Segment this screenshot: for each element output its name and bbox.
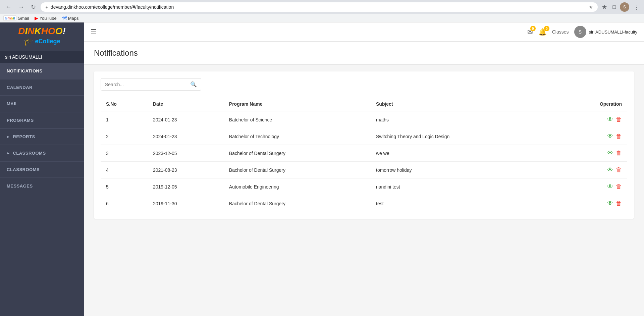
hamburger-icon[interactable]: ☰ (91, 28, 97, 36)
cell-date: 2019-11-30 (148, 195, 224, 212)
sidebar-item-programs[interactable]: PROGRAMS (0, 112, 84, 128)
notifications-card: 🔍 S.No Date Program Name Subject Operati… (94, 71, 634, 219)
browser-chrome: ← → ↻ ● devang.dinkhoo.com/ecollege/memb… (0, 0, 644, 14)
delete-icon[interactable]: 🗑 (616, 150, 622, 157)
sidebar-item-notifications[interactable]: NOTIFICATIONS (0, 63, 84, 79)
sidebar-calendar-label: CALENDAR (7, 85, 33, 90)
address-bar[interactable]: ● devang.dinkhoo.com/ecollege/member/#/f… (41, 2, 598, 12)
cell-operation: 👁 🗑 (555, 195, 627, 212)
reports-chevron-icon: ► (7, 135, 10, 139)
logo-exc: ! (62, 26, 65, 36)
mail-badge-icon[interactable]: ✉ 0 (527, 28, 533, 36)
search-input-wrap: 🔍 (101, 78, 201, 91)
topbar: ☰ ✉ 0 🔔 0 Classes S siri ADUSUMALLI-facu… (84, 22, 644, 42)
bell-badge-icon[interactable]: 🔔 0 (538, 28, 547, 36)
view-icon[interactable]: 👁 (607, 200, 613, 207)
cell-subject: we we (371, 145, 555, 162)
cell-program: Bachelor of Dental Surgery (224, 145, 371, 162)
topbar-left: ☰ (91, 28, 97, 36)
page-title: Notifications (94, 48, 634, 58)
search-input[interactable] (105, 82, 190, 87)
cell-operation: 👁 🗑 (555, 178, 627, 195)
view-icon[interactable]: 👁 (607, 133, 613, 140)
browser-actions: ★ □ S ⋮ (600, 2, 641, 12)
user-profile[interactable]: S siri ADUSUMALLI-faculty (574, 26, 637, 38)
cell-date: 2023-12-05 (148, 145, 224, 162)
table-row: 2 2024-01-23 Batchelor of Technology Swi… (101, 128, 627, 145)
classes-link[interactable]: Classes (552, 29, 569, 35)
sidebar-mail-label: MAIL (7, 101, 18, 106)
bookmarks-bar: Gmail Gmail ▶ YouTube 🗺 Maps (0, 14, 644, 22)
cell-program: Automobile Engineering (224, 178, 371, 195)
user-label: siri ADUSUMALLI-faculty (589, 30, 637, 35)
cell-operation: 👁 🗑 (555, 111, 627, 128)
right-panel: ☰ ✉ 0 🔔 0 Classes S siri ADUSUMALLI-facu… (84, 22, 644, 316)
sidebar-classrooms1-label: CLASSROOMS (13, 151, 46, 156)
view-icon[interactable]: 👁 (607, 183, 613, 190)
cell-subject: maths (371, 111, 555, 128)
security-icon: ● (45, 5, 48, 10)
gmail-icon: Gmail (3, 15, 16, 21)
cell-sno: 4 (101, 162, 148, 178)
url-text: devang.dinkhoo.com/ecollege/member/#/fac… (51, 4, 586, 10)
content-area: 🔍 S.No Date Program Name Subject Operati… (84, 65, 644, 225)
cell-sno: 5 (101, 178, 148, 195)
bookmark-gmail[interactable]: Gmail Gmail (3, 15, 29, 21)
sidebar-logo: DINKHOO! 🎓 eCollege (0, 22, 84, 51)
view-icon[interactable]: 👁 (607, 150, 613, 157)
maps-icon: 🗺 (62, 15, 67, 21)
sidebar-item-calendar[interactable]: CALENDAR (0, 80, 84, 96)
logo-ecollege: 🎓 eCollege (23, 37, 60, 46)
main-content: Notifications 🔍 S.No Date (84, 42, 644, 316)
sidebar-item-mail[interactable]: MAIL (0, 96, 84, 112)
forward-button[interactable]: → (16, 2, 26, 12)
table-row: 5 2019-12-05 Automobile Engineering nand… (101, 178, 627, 195)
sidebar-item-classrooms2[interactable]: CLASSROOMS (0, 162, 84, 178)
bookmark-youtube[interactable]: ▶ YouTube (35, 15, 57, 21)
maps-label: Maps (68, 16, 79, 21)
table-row: 3 2023-12-05 Bachelor of Dental Surgery … (101, 145, 627, 162)
cell-program: Batchelor of Technology (224, 128, 371, 145)
classrooms1-chevron-icon: ► (7, 151, 10, 155)
cell-subject: Switching Theory and Logic Design (371, 128, 555, 145)
logo-d: D (18, 26, 25, 36)
sidebar: DINKHOO! 🎓 eCollege siri ADUSUMALLI NOTI… (0, 22, 84, 316)
youtube-icon: ▶ (35, 15, 38, 21)
star-icon: ★ (589, 4, 593, 10)
sidebar-item-messages[interactable]: MESSAGES (0, 178, 84, 194)
refresh-button[interactable]: ↻ (29, 2, 38, 12)
notifications-table: S.No Date Program Name Subject Operation… (101, 97, 627, 212)
table-row: 4 2021-08-23 Bachelor of Dental Surgery … (101, 162, 627, 178)
logo-k: K (34, 26, 41, 36)
cell-sno: 1 (101, 111, 148, 128)
cell-date: 2024-01-23 (148, 128, 224, 145)
avatar: S (574, 26, 586, 38)
logo-brand: DINKHOO! (18, 26, 66, 37)
sidebar-username: siri ADUSUMALLI (0, 51, 84, 63)
delete-icon[interactable]: 🗑 (616, 133, 622, 140)
cell-date: 2019-12-05 (148, 178, 224, 195)
delete-icon[interactable]: 🗑 (616, 116, 622, 123)
cell-operation: 👁 🗑 (555, 162, 627, 178)
delete-icon[interactable]: 🗑 (616, 166, 622, 173)
cell-operation: 👁 🗑 (555, 128, 627, 145)
sidebar-notifications-label: NOTIFICATIONS (7, 68, 43, 73)
logo-o1: O (48, 26, 55, 36)
menu-button[interactable]: ⋮ (632, 2, 641, 12)
back-button[interactable]: ← (3, 2, 13, 12)
view-icon[interactable]: 👁 (607, 166, 613, 173)
mail-badge-count: 0 (530, 26, 536, 31)
table-row: 6 2019-11-30 Bachelor of Dental Surgery … (101, 195, 627, 212)
bookmark-button[interactable]: ★ (600, 2, 608, 12)
tab-button[interactable]: □ (611, 3, 617, 11)
cell-operation: 👁 🗑 (555, 145, 627, 162)
view-icon[interactable]: 👁 (607, 116, 613, 123)
sidebar-nav: NOTIFICATIONS CALENDAR MAIL PROGRAMS ► R… (0, 63, 84, 194)
delete-icon[interactable]: 🗑 (616, 183, 622, 190)
col-subject: Subject (371, 97, 555, 111)
delete-icon[interactable]: 🗑 (616, 200, 622, 207)
col-date: Date (148, 97, 224, 111)
sidebar-item-classrooms1[interactable]: ► CLASSROOMS (0, 145, 84, 161)
sidebar-item-reports[interactable]: ► REPORTS (0, 129, 84, 145)
bookmark-maps[interactable]: 🗺 Maps (62, 15, 79, 21)
